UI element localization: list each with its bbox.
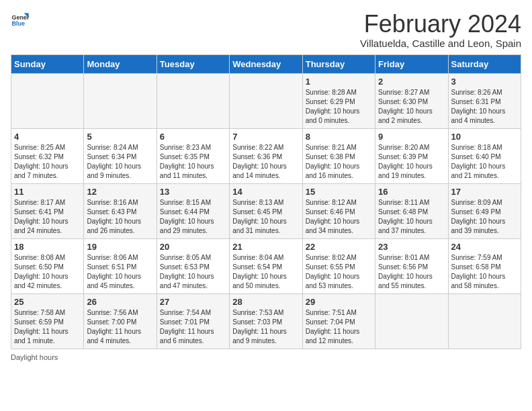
day-number: 13 — [160, 187, 226, 197]
calendar-header-monday: Monday — [84, 54, 157, 73]
day-info: Sunrise: 8:05 AM Sunset: 6:53 PM Dayligh… — [160, 253, 226, 291]
day-number: 26 — [87, 297, 153, 307]
calendar-cell: 10Sunrise: 8:18 AM Sunset: 6:40 PM Dayli… — [448, 128, 521, 183]
calendar-week-2: 4Sunrise: 8:25 AM Sunset: 6:32 PM Daylig… — [11, 128, 521, 183]
day-info: Sunrise: 8:02 AM Sunset: 6:55 PM Dayligh… — [306, 253, 372, 291]
calendar-cell: 25Sunrise: 7:58 AM Sunset: 6:59 PM Dayli… — [11, 293, 84, 349]
day-info: Sunrise: 7:51 AM Sunset: 7:04 PM Dayligh… — [306, 308, 372, 346]
calendar-table: SundayMondayTuesdayWednesdayThursdayFrid… — [11, 54, 521, 349]
header: General Blue February 2024 Villatuelda, … — [11, 11, 521, 49]
calendar-header-row: SundayMondayTuesdayWednesdayThursdayFrid… — [11, 54, 521, 73]
day-info: Sunrise: 8:17 AM Sunset: 6:41 PM Dayligh… — [14, 198, 81, 236]
calendar-cell: 3Sunrise: 8:26 AM Sunset: 6:31 PM Daylig… — [448, 73, 521, 128]
calendar-week-4: 18Sunrise: 8:08 AM Sunset: 6:50 PM Dayli… — [11, 238, 521, 293]
day-info: Sunrise: 7:53 AM Sunset: 7:03 PM Dayligh… — [232, 308, 299, 346]
day-info: Sunrise: 8:13 AM Sunset: 6:45 PM Dayligh… — [232, 198, 299, 236]
footer-note: Daylight hours — [11, 353, 521, 361]
day-number: 19 — [87, 242, 153, 252]
day-number: 5 — [87, 132, 153, 142]
calendar-cell — [448, 293, 521, 349]
calendar-header-friday: Friday — [375, 54, 448, 73]
day-number: 7 — [232, 132, 299, 142]
day-info: Sunrise: 8:04 AM Sunset: 6:54 PM Dayligh… — [232, 253, 299, 291]
calendar-cell: 11Sunrise: 8:17 AM Sunset: 6:41 PM Dayli… — [11, 183, 84, 238]
calendar-cell: 28Sunrise: 7:53 AM Sunset: 7:03 PM Dayli… — [230, 293, 302, 349]
day-number: 15 — [306, 187, 372, 197]
day-number: 3 — [451, 77, 518, 87]
calendar-cell: 18Sunrise: 8:08 AM Sunset: 6:50 PM Dayli… — [11, 238, 84, 293]
calendar-cell: 6Sunrise: 8:23 AM Sunset: 6:35 PM Daylig… — [157, 128, 229, 183]
calendar-header-sunday: Sunday — [11, 54, 84, 73]
subtitle: Villatuelda, Castille and Leon, Spain — [360, 38, 521, 49]
day-number: 29 — [306, 297, 372, 307]
calendar-cell: 8Sunrise: 8:21 AM Sunset: 6:38 PM Daylig… — [302, 128, 375, 183]
day-info: Sunrise: 8:16 AM Sunset: 6:43 PM Dayligh… — [87, 198, 153, 236]
day-info: Sunrise: 8:18 AM Sunset: 6:40 PM Dayligh… — [451, 143, 518, 181]
calendar-cell — [11, 73, 84, 128]
day-number: 25 — [14, 297, 81, 307]
svg-text:Blue: Blue — [11, 20, 25, 27]
calendar-cell: 29Sunrise: 7:51 AM Sunset: 7:04 PM Dayli… — [302, 293, 375, 349]
calendar-cell: 14Sunrise: 8:13 AM Sunset: 6:45 PM Dayli… — [230, 183, 302, 238]
calendar-header-thursday: Thursday — [302, 54, 375, 73]
calendar-cell: 13Sunrise: 8:15 AM Sunset: 6:44 PM Dayli… — [157, 183, 229, 238]
day-number: 6 — [160, 132, 226, 142]
calendar-cell — [230, 73, 302, 128]
day-info: Sunrise: 8:01 AM Sunset: 6:56 PM Dayligh… — [378, 253, 445, 291]
day-info: Sunrise: 8:20 AM Sunset: 6:39 PM Dayligh… — [378, 143, 445, 181]
day-info: Sunrise: 8:09 AM Sunset: 6:49 PM Dayligh… — [451, 198, 518, 236]
day-number: 11 — [14, 187, 81, 197]
day-number: 14 — [232, 187, 299, 197]
day-info: Sunrise: 7:59 AM Sunset: 6:58 PM Dayligh… — [451, 253, 518, 291]
calendar-week-1: 1Sunrise: 8:28 AM Sunset: 6:29 PM Daylig… — [11, 73, 521, 128]
calendar-week-3: 11Sunrise: 8:17 AM Sunset: 6:41 PM Dayli… — [11, 183, 521, 238]
day-number: 27 — [160, 297, 226, 307]
day-info: Sunrise: 7:56 AM Sunset: 7:00 PM Dayligh… — [87, 308, 153, 346]
day-number: 4 — [14, 132, 81, 142]
day-info: Sunrise: 8:24 AM Sunset: 6:34 PM Dayligh… — [87, 143, 153, 181]
calendar-cell — [157, 73, 229, 128]
calendar-cell: 21Sunrise: 8:04 AM Sunset: 6:54 PM Dayli… — [230, 238, 302, 293]
day-info: Sunrise: 7:54 AM Sunset: 7:01 PM Dayligh… — [160, 308, 226, 346]
calendar-header-wednesday: Wednesday — [230, 54, 302, 73]
day-number: 28 — [232, 297, 299, 307]
day-number: 1 — [306, 77, 372, 87]
day-info: Sunrise: 8:27 AM Sunset: 6:30 PM Dayligh… — [378, 88, 445, 126]
day-info: Sunrise: 8:21 AM Sunset: 6:38 PM Dayligh… — [306, 143, 372, 181]
day-number: 24 — [451, 242, 518, 252]
calendar-cell: 23Sunrise: 8:01 AM Sunset: 6:56 PM Dayli… — [375, 238, 448, 293]
day-number: 18 — [14, 242, 81, 252]
day-info: Sunrise: 7:58 AM Sunset: 6:59 PM Dayligh… — [14, 308, 81, 346]
day-number: 2 — [378, 77, 445, 87]
day-info: Sunrise: 8:11 AM Sunset: 6:48 PM Dayligh… — [378, 198, 445, 236]
logo-icon: General Blue — [11, 11, 30, 30]
calendar-cell: 1Sunrise: 8:28 AM Sunset: 6:29 PM Daylig… — [302, 73, 375, 128]
calendar-cell: 26Sunrise: 7:56 AM Sunset: 7:00 PM Dayli… — [84, 293, 157, 349]
calendar-header-saturday: Saturday — [448, 54, 521, 73]
calendar-cell: 5Sunrise: 8:24 AM Sunset: 6:34 PM Daylig… — [84, 128, 157, 183]
day-info: Sunrise: 8:06 AM Sunset: 6:51 PM Dayligh… — [87, 253, 153, 291]
calendar-cell — [84, 73, 157, 128]
day-info: Sunrise: 8:26 AM Sunset: 6:31 PM Dayligh… — [451, 88, 518, 126]
calendar-cell: 12Sunrise: 8:16 AM Sunset: 6:43 PM Dayli… — [84, 183, 157, 238]
day-number: 10 — [451, 132, 518, 142]
day-info: Sunrise: 8:15 AM Sunset: 6:44 PM Dayligh… — [160, 198, 226, 236]
day-info: Sunrise: 8:28 AM Sunset: 6:29 PM Dayligh… — [306, 88, 372, 126]
day-number: 22 — [306, 242, 372, 252]
day-number: 23 — [378, 242, 445, 252]
calendar-week-5: 25Sunrise: 7:58 AM Sunset: 6:59 PM Dayli… — [11, 293, 521, 349]
day-info: Sunrise: 8:22 AM Sunset: 6:36 PM Dayligh… — [232, 143, 299, 181]
main-title: February 2024 — [360, 11, 521, 38]
calendar-cell: 4Sunrise: 8:25 AM Sunset: 6:32 PM Daylig… — [11, 128, 84, 183]
day-number: 17 — [451, 187, 518, 197]
calendar-cell: 2Sunrise: 8:27 AM Sunset: 6:30 PM Daylig… — [375, 73, 448, 128]
day-number: 8 — [306, 132, 372, 142]
day-number: 20 — [160, 242, 226, 252]
day-number: 21 — [232, 242, 299, 252]
calendar-header-tuesday: Tuesday — [157, 54, 229, 73]
calendar-cell: 27Sunrise: 7:54 AM Sunset: 7:01 PM Dayli… — [157, 293, 229, 349]
day-number: 16 — [378, 187, 445, 197]
calendar-cell: 9Sunrise: 8:20 AM Sunset: 6:39 PM Daylig… — [375, 128, 448, 183]
day-info: Sunrise: 8:25 AM Sunset: 6:32 PM Dayligh… — [14, 143, 81, 181]
calendar-cell: 20Sunrise: 8:05 AM Sunset: 6:53 PM Dayli… — [157, 238, 229, 293]
